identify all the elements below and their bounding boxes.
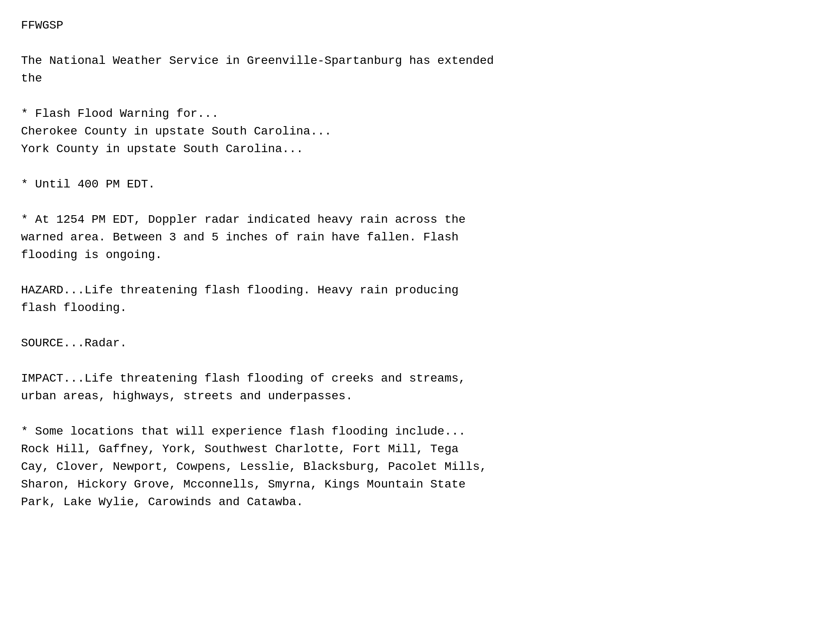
spacer-8 — [21, 405, 819, 423]
county-2: York County in upstate South Carolina... — [21, 140, 819, 158]
spacer-3 — [21, 158, 819, 176]
spacer-2 — [21, 87, 819, 105]
locations-line-5: Park, Lake Wylie, Carowinds and Catawba. — [21, 493, 819, 511]
warning-header: * Flash Flood Warning for... — [21, 105, 819, 123]
spacer-6 — [21, 317, 819, 335]
locations-line-3: Cay, Clover, Newport, Cowpens, Lesslie, … — [21, 458, 819, 476]
spacer-5 — [21, 264, 819, 282]
locations-line-4: Sharon, Hickory Grove, Mcconnells, Smyrn… — [21, 476, 819, 493]
source-line: SOURCE...Radar. — [21, 335, 819, 352]
at-line-3: flooding is ongoing. — [21, 246, 819, 264]
spacer-1 — [21, 34, 819, 52]
document-body: FFWGSP The National Weather Service in G… — [21, 17, 819, 511]
hazard-line-1: HAZARD...Life threatening flash flooding… — [21, 282, 819, 299]
intro-line-2: the — [21, 70, 819, 87]
county-1: Cherokee County in upstate South Carolin… — [21, 123, 819, 140]
spacer-4 — [21, 193, 819, 211]
locations-line-2: Rock Hill, Gaffney, York, Southwest Char… — [21, 440, 819, 458]
until-line: * Until 400 PM EDT. — [21, 176, 819, 193]
at-line-1: * At 1254 PM EDT, Doppler radar indicate… — [21, 211, 819, 229]
impact-line-1: IMPACT...Life threatening flash flooding… — [21, 370, 819, 387]
at-line-2: warned area. Between 3 and 5 inches of r… — [21, 229, 819, 246]
locations-line-1: * Some locations that will experience fl… — [21, 423, 819, 440]
code-line: FFWGSP — [21, 17, 819, 34]
intro-line-1: The National Weather Service in Greenvil… — [21, 52, 819, 70]
spacer-7 — [21, 352, 819, 370]
impact-line-2: urban areas, highways, streets and under… — [21, 387, 819, 405]
hazard-line-2: flash flooding. — [21, 299, 819, 317]
